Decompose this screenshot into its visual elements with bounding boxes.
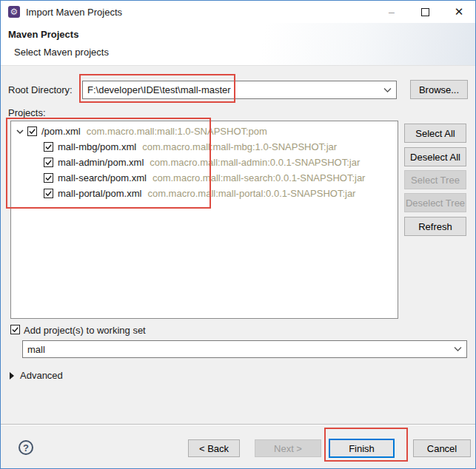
chevron-down-icon[interactable] xyxy=(383,87,392,92)
working-set-value: mall xyxy=(27,344,45,355)
tree-item-label: mall-portal/pom.xml xyxy=(58,188,141,199)
deselect-all-button[interactable]: Deselect All xyxy=(404,147,466,166)
wizard-banner: Maven Projects Select Maven projects xyxy=(1,23,475,66)
tree-item-coords: com.macro.mall:mall-portal:0.0.1-SNAPSHO… xyxy=(147,188,355,199)
page-title: Maven Projects xyxy=(8,29,78,40)
tree-item-label: /pom.xml xyxy=(41,126,81,137)
chevron-down-icon[interactable] xyxy=(454,347,462,352)
maximize-button[interactable] xyxy=(410,1,440,23)
tree-item-coords: com.macro.mall:mall-mbg:1.0-SNAPSHOT:jar xyxy=(142,141,337,152)
tree-checkbox[interactable] xyxy=(27,126,37,136)
deselect-tree-button: Deselect Tree xyxy=(404,193,466,212)
tree-row-mall-search[interactable]: mall-search/pom.xml com.macro.mall:mall-… xyxy=(11,170,398,186)
root-directory-value: F:\developer\IDE\test\mall-master xyxy=(87,84,231,95)
select-all-button[interactable]: Select All xyxy=(404,124,466,143)
tree-row-mall-portal[interactable]: mall-portal/pom.xml com.macro.mall:mall-… xyxy=(11,186,398,201)
advanced-label[interactable]: Advanced xyxy=(20,370,63,381)
title-bar: ⚙ Import Maven Projects – ✕ xyxy=(1,1,475,23)
cancel-button[interactable]: Cancel xyxy=(413,439,471,457)
working-set-label[interactable]: Add project(s) to working set xyxy=(24,325,146,336)
advanced-expander-icon[interactable] xyxy=(10,372,14,379)
finish-button[interactable]: Finish xyxy=(329,439,395,458)
tree-row-mall-mbg[interactable]: mall-mbg/pom.xml com.macro.mall:mall-mbg… xyxy=(11,139,398,155)
maven-m2e-gear-icon: ⚙ xyxy=(8,6,20,18)
tree-item-coords: com.macro.mall:mall-search:0.0.1-SNAPSHO… xyxy=(152,172,366,183)
tree-row-mall-admin[interactable]: mall-admin/pom.xml com.macro.mall:mall-a… xyxy=(11,155,398,170)
window-title: Import Maven Projects xyxy=(26,1,122,23)
tree-item-coords: com.macro.mall:mall:1.0-SNAPSHOT:pom xyxy=(87,126,267,137)
tree-item-label: mall-admin/pom.xml xyxy=(58,157,144,168)
tree-item-coords: com.macro.mall:mall-admin:0.0.1-SNAPSHOT… xyxy=(150,157,360,168)
working-set-combo[interactable]: mall xyxy=(22,340,467,358)
help-icon[interactable]: ? xyxy=(19,440,33,455)
close-button[interactable]: ✕ xyxy=(444,1,474,23)
page-subtitle: Select Maven projects xyxy=(14,47,109,58)
refresh-button[interactable]: Refresh xyxy=(404,217,466,236)
root-directory-combo[interactable]: F:\developer\IDE\test\mall-master xyxy=(82,81,397,99)
import-maven-projects-dialog: ⚙ Import Maven Projects – ✕ Maven Projec… xyxy=(0,0,476,469)
maximize-icon xyxy=(421,8,429,16)
project-tree[interactable]: /pom.xml com.macro.mall:mall:1.0-SNAPSHO… xyxy=(10,121,398,319)
next-button: Next > xyxy=(255,439,321,457)
select-tree-button: Select Tree xyxy=(404,170,466,189)
tree-checkbox[interactable] xyxy=(44,142,53,152)
root-directory-label: Root Directory: xyxy=(8,84,73,95)
tree-checkbox[interactable] xyxy=(44,173,53,183)
minimize-button[interactable]: – xyxy=(377,1,406,23)
tree-item-label: mall-mbg/pom.xml xyxy=(58,141,136,152)
tree-checkbox[interactable] xyxy=(44,189,53,198)
tree-expander-icon[interactable] xyxy=(15,129,25,135)
projects-label: Projects: xyxy=(8,107,46,118)
back-button[interactable]: < Back xyxy=(188,439,240,457)
working-set-checkbox[interactable] xyxy=(10,325,20,334)
footer-separator xyxy=(1,424,475,425)
tree-checkbox[interactable] xyxy=(44,158,53,167)
browse-button[interactable]: Browse... xyxy=(410,80,468,99)
tree-item-label: mall-search/pom.xml xyxy=(58,172,147,183)
tree-row-pom[interactable]: /pom.xml com.macro.mall:mall:1.0-SNAPSHO… xyxy=(11,124,398,139)
